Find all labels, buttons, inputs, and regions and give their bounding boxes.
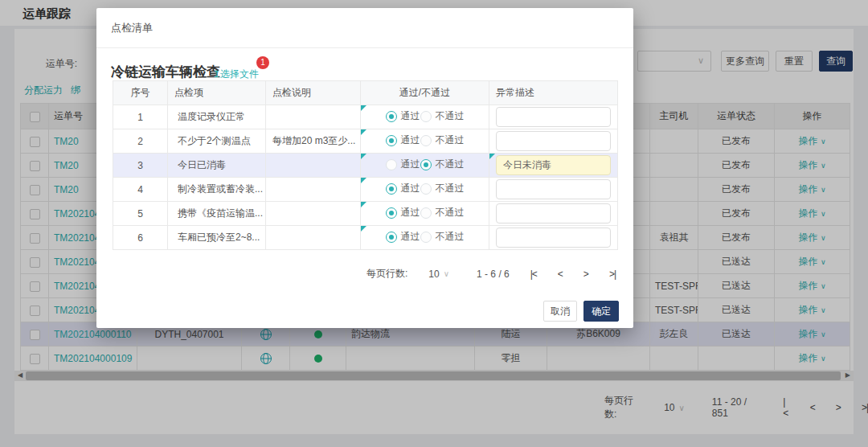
seq-no: 6 (113, 226, 168, 250)
checklist-header-row: 序号 点检项 点检说明 通过/不通过 异常描述 (113, 81, 618, 105)
pass-radio[interactable] (386, 111, 397, 122)
prev-page-icon[interactable]: < (558, 269, 563, 280)
choose-file-link[interactable]: ↥选择文件 (212, 68, 259, 81)
upload-icon: ↥ (212, 68, 220, 80)
modal-header: 点检清单 (96, 8, 633, 48)
modal-title: 点检清单 (111, 22, 153, 34)
section-title: 冷链运输车辆检查 (111, 63, 220, 81)
checklist-row: 1 温度记录仪正常 通过 不通过 (113, 105, 618, 129)
pass-radio[interactable] (386, 159, 397, 170)
pass-radio[interactable] (386, 232, 397, 243)
col-item: 点检项 (168, 81, 266, 105)
inspection-modal: 点检清单 冷链运输车辆检查 ↥选择文件 1 序号 点检项 点检说明 通过/不通过… (96, 8, 633, 328)
pass-radio[interactable] (386, 207, 397, 219)
col-pass-fail: 通过/不通过 (361, 81, 489, 105)
fail-radio[interactable] (420, 207, 432, 219)
fail-radio[interactable] (420, 111, 432, 122)
col-abnormal: 异常描述 (489, 81, 618, 105)
checklist-row: 3 今日已消毒 通过 不通过 (113, 154, 618, 178)
inspection-desc: 每增加20 m3至少... (266, 129, 361, 154)
abnormal-desc-input[interactable] (496, 203, 611, 224)
inspection-desc (266, 226, 361, 250)
abnormal-desc-input[interactable] (496, 228, 611, 248)
pass-radio[interactable] (386, 135, 397, 146)
seq-no: 5 (113, 202, 168, 226)
page-size-value[interactable]: 10 (428, 269, 439, 280)
seq-no: 3 (113, 154, 168, 178)
cancel-button[interactable]: 取消 (543, 301, 577, 322)
checklist-row: 2 不少于2个测温点 每增加20 m3至少... 通过 不通过 (113, 129, 618, 154)
inspection-desc (266, 105, 361, 129)
inspection-item: 今日已消毒 (168, 154, 266, 178)
abnormal-desc-input[interactable] (496, 131, 611, 151)
seq-no: 2 (113, 129, 168, 154)
notification-badge: 1 (256, 56, 269, 69)
chevron-down-icon: ∨ (444, 269, 449, 278)
rows-per-page-label: 每页行数: (366, 267, 407, 281)
inspection-desc (266, 202, 361, 226)
seq-no: 4 (113, 178, 168, 202)
page-range: 1 - 6 / 6 (477, 269, 510, 280)
fail-radio[interactable] (420, 183, 432, 195)
abnormal-desc-input[interactable] (496, 155, 611, 175)
inspection-item: 车厢已预冷至2~8... (168, 226, 266, 250)
confirm-button[interactable]: 确定 (583, 301, 619, 322)
checklist-table: 序号 点检项 点检说明 通过/不通过 异常描述 1 温度记录仪正常 通过 不通过… (113, 80, 618, 250)
last-page-icon[interactable]: >| (609, 269, 616, 280)
col-seq: 序号 (113, 81, 168, 105)
inspection-desc (266, 178, 361, 202)
inspection-item: 制冷装置或蓄冷装... (168, 178, 266, 202)
seq-no: 1 (113, 105, 168, 129)
inspection-item: 携带《疫苗运输温... (168, 202, 266, 226)
checklist-row: 6 车厢已预冷至2~8... 通过 不通过 (113, 226, 618, 250)
modal-pagination: 每页行数: 10 ∨ 1 - 6 / 6 |< < > >| (366, 267, 616, 281)
abnormal-desc-input[interactable] (496, 107, 611, 127)
fail-radio[interactable] (420, 159, 432, 170)
col-desc: 点检说明 (266, 81, 361, 105)
fail-radio[interactable] (420, 232, 432, 243)
checklist-row: 4 制冷装置或蓄冷装... 通过 不通过 (113, 178, 618, 202)
inspection-item: 不少于2个测温点 (168, 129, 266, 154)
next-page-icon[interactable]: > (583, 269, 588, 280)
first-page-icon[interactable]: |< (530, 269, 537, 280)
inspection-desc (266, 154, 361, 178)
checklist-row: 5 携带《疫苗运输温... 通过 不通过 (113, 202, 618, 226)
pass-radio[interactable] (386, 183, 397, 195)
abnormal-desc-input[interactable] (496, 179, 611, 199)
inspection-item: 温度记录仪正常 (168, 105, 266, 129)
fail-radio[interactable] (420, 135, 432, 146)
